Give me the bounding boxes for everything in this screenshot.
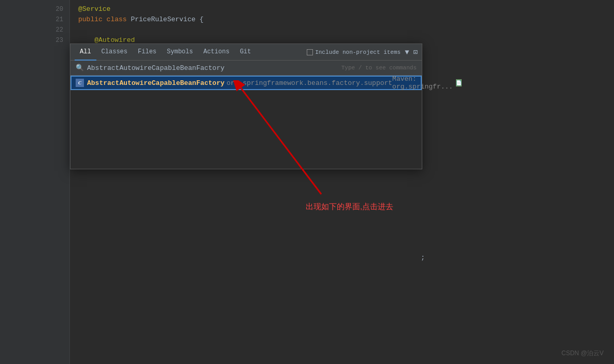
line-num-22: 22 <box>0 25 69 35</box>
result-row[interactable]: C AbstractAutowireCapableBeanFactory org… <box>70 76 422 90</box>
tab-symbols[interactable]: Symbols <box>162 44 198 61</box>
watermark: CSDN @泊云V <box>561 349 604 358</box>
include-non-project-label: Include non-project items <box>307 49 401 55</box>
result-package: org.springframework.beans.factory.suppor… <box>226 79 392 87</box>
line-num-23: 23 <box>0 35 69 46</box>
result-maven: Maven: org.springfr... <box>392 75 453 91</box>
tab-classes[interactable]: Classes <box>96 44 133 61</box>
tab-actions[interactable]: Actions <box>198 44 234 61</box>
include-label-text: Include non-project items <box>315 49 401 55</box>
semicolon: ; <box>421 254 425 261</box>
editor-area: 20 21 22 23 @Service public class PriceR… <box>0 0 614 364</box>
results-area: C AbstractAutowireCapableBeanFactory org… <box>70 76 422 169</box>
code-line-21: public class PriceRuleService { <box>78 14 606 25</box>
line-num-20: 20 <box>0 4 69 14</box>
line-numbers: 20 21 22 23 <box>0 0 70 364</box>
search-overlay: All Classes Files Symbols Actions Git In… <box>70 43 422 169</box>
type-hint: Type / to see commands <box>341 65 417 71</box>
result-class-icon: C <box>76 79 84 87</box>
search-tabs: All Classes Files Symbols Actions Git In… <box>70 44 422 61</box>
search-input-row: 🔍 Type / to see commands <box>70 61 422 76</box>
search-input[interactable] <box>87 64 341 72</box>
code-line-22 <box>78 25 606 35</box>
tab-git[interactable]: Git <box>235 44 256 61</box>
include-checkbox[interactable] <box>307 49 313 55</box>
search-icon: 🔍 <box>76 64 84 72</box>
line-num-21: 21 <box>0 14 69 25</box>
result-file-icon: 📄 <box>456 79 462 86</box>
tab-right-controls: Include non-project items ▼ ⊡ <box>307 48 418 56</box>
filter-icon[interactable]: ▼ <box>405 48 409 56</box>
result-class-name: AbstractAutowireCapableBeanFactory <box>87 79 224 87</box>
tab-files[interactable]: Files <box>133 44 162 61</box>
code-line-20: @Service <box>78 4 606 14</box>
tab-all[interactable]: All <box>75 44 96 61</box>
window-icon[interactable]: ⊡ <box>413 48 418 56</box>
